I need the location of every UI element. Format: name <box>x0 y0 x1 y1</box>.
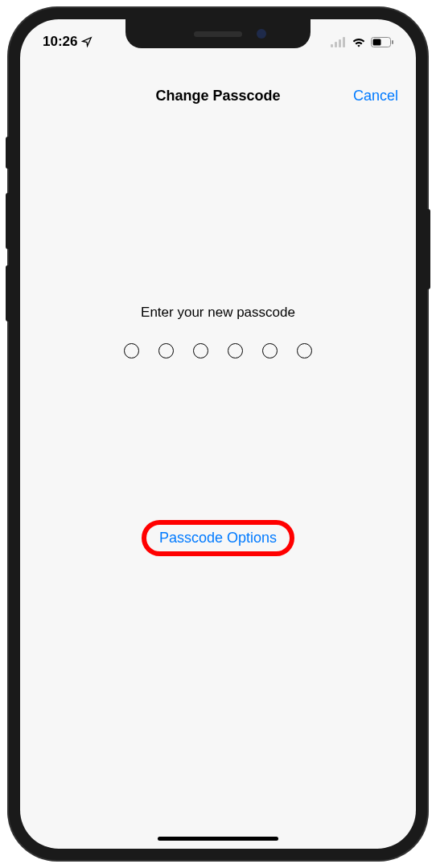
status-time: 10:26 <box>43 34 77 50</box>
svg-rect-2 <box>339 39 341 47</box>
battery-icon <box>371 37 393 47</box>
svg-rect-3 <box>343 37 345 47</box>
passcode-dot <box>228 343 243 358</box>
notch <box>125 19 311 48</box>
volume-up-button <box>6 193 10 249</box>
cancel-button[interactable]: Cancel <box>353 88 398 104</box>
location-icon <box>81 36 93 47</box>
status-left: 10:26 <box>43 29 93 50</box>
passcode-dot <box>262 343 278 358</box>
speaker-grille <box>194 31 242 37</box>
passcode-dot <box>193 343 208 358</box>
status-right <box>331 32 393 47</box>
mute-switch <box>6 137 10 169</box>
passcode-prompt: Enter your new passcode <box>141 305 295 321</box>
passcode-options-wrap: Passcode Options <box>148 523 288 553</box>
passcode-dot <box>124 343 139 358</box>
page-title: Change Passcode <box>155 88 280 104</box>
passcode-dot <box>297 343 312 358</box>
wifi-icon <box>352 37 366 47</box>
svg-rect-6 <box>392 40 393 44</box>
nav-bar: Change Passcode Cancel <box>20 76 416 116</box>
phone-frame: 10:26 <box>9 8 427 860</box>
volume-down-button <box>6 265 10 321</box>
passcode-dots[interactable] <box>124 343 312 358</box>
front-camera <box>257 29 266 39</box>
svg-rect-1 <box>335 42 337 47</box>
svg-rect-0 <box>331 44 333 47</box>
home-indicator[interactable] <box>158 837 278 841</box>
passcode-dot <box>158 343 174 358</box>
side-button <box>426 209 430 289</box>
svg-rect-5 <box>373 39 381 45</box>
cellular-signal-icon <box>331 37 347 47</box>
phone-screen: 10:26 <box>20 19 416 849</box>
content-area: Enter your new passcode Passcode Options <box>20 116 416 817</box>
passcode-options-button[interactable]: Passcode Options <box>148 523 288 553</box>
